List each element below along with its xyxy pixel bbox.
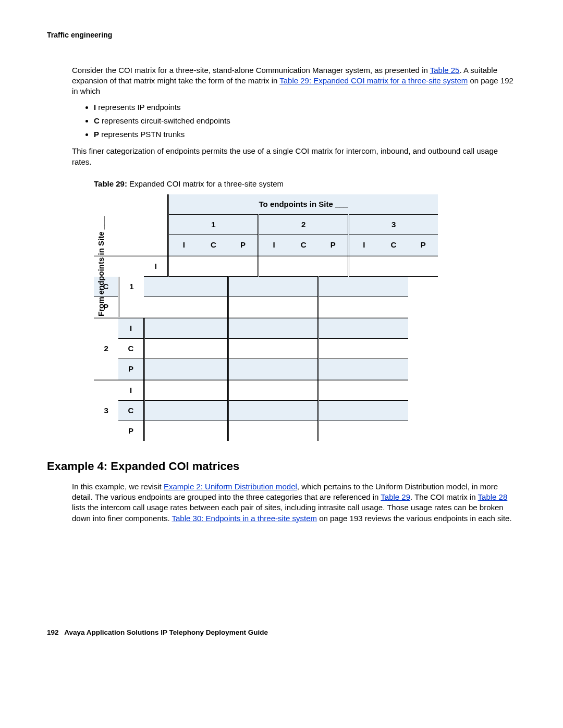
caption-text: Expanded COI matrix for a three-site sys… bbox=[127, 179, 284, 188]
link-table-29-long[interactable]: Table 29: Expanded COI matrix for a thre… bbox=[279, 76, 468, 85]
legend-key: P bbox=[94, 130, 99, 139]
row-site-3: 3 bbox=[94, 380, 118, 441]
page-footer: 192 Avaya Application Solutions IP Telep… bbox=[47, 628, 516, 637]
col-type: I bbox=[168, 235, 199, 256]
caption-label: Table 29: bbox=[94, 179, 127, 188]
text: Consider the COI matrix for a three-site… bbox=[72, 66, 430, 75]
row-type: C bbox=[118, 339, 144, 359]
col-type: I bbox=[349, 235, 379, 256]
col-type: C bbox=[379, 235, 409, 256]
link-table-25[interactable]: Table 25 bbox=[430, 66, 460, 75]
row-type: I bbox=[118, 318, 144, 339]
legend-list: I represents IP endpoints C represents c… bbox=[94, 102, 516, 140]
legend-desc: represents PSTN trunks bbox=[99, 130, 185, 139]
intro-paragraph: Consider the COI matrix for a three-site… bbox=[72, 65, 516, 97]
list-item: P represents PSTN trunks bbox=[94, 129, 516, 140]
legend-desc: represents IP endpoints bbox=[96, 103, 180, 112]
row-type: P bbox=[118, 421, 144, 441]
row-type: P bbox=[118, 359, 144, 380]
col-site-3: 3 bbox=[349, 215, 438, 235]
link-table-29[interactable]: Table 29 bbox=[381, 492, 410, 501]
example-4-paragraph: In this example, we revisit Example 2: U… bbox=[72, 482, 516, 524]
col-type: C bbox=[199, 235, 228, 256]
list-item: C represents circuit-switched endpoints bbox=[94, 116, 516, 126]
row-type: C bbox=[118, 401, 144, 421]
legend-desc: represents circuit-switched endpoints bbox=[100, 116, 230, 125]
coi-matrix-table: To endpoints in Site ___ 1 2 3 I C P I C… bbox=[94, 194, 438, 441]
link-table-30[interactable]: Table 30: Endpoints in a three-site syst… bbox=[172, 514, 317, 523]
legend-key: C bbox=[94, 116, 100, 125]
page-number: 192 bbox=[47, 628, 59, 636]
row-site-1: 1 bbox=[118, 256, 144, 318]
col-type: P bbox=[319, 235, 349, 256]
from-header: From endpoints in Site ___ bbox=[96, 216, 106, 316]
footer-title: Avaya Application Solutions IP Telephony… bbox=[64, 628, 268, 636]
list-item: I represents IP endpoints bbox=[94, 102, 516, 113]
text: In this example, we revisit bbox=[72, 482, 164, 491]
example-4-heading: Example 4: Expanded COI matrices bbox=[47, 459, 516, 474]
text: on page 193 reviews the various endpoint… bbox=[317, 514, 512, 523]
col-type: C bbox=[289, 235, 319, 256]
col-type: I bbox=[259, 235, 289, 256]
col-site-1: 1 bbox=[168, 215, 259, 235]
coi-table-wrap: To endpoints in Site ___ 1 2 3 I C P I C… bbox=[94, 194, 516, 441]
link-table-28[interactable]: Table 28 bbox=[478, 492, 508, 501]
col-site-2: 2 bbox=[259, 215, 349, 235]
row-type: I bbox=[144, 256, 168, 277]
row-type: I bbox=[118, 380, 144, 401]
text: . The COI matrix in bbox=[410, 492, 478, 501]
table-29-caption: Table 29: Expanded COI matrix for a thre… bbox=[94, 179, 516, 189]
col-type: P bbox=[408, 235, 438, 256]
summary-paragraph: This finer categorization of endpoints p… bbox=[72, 146, 516, 167]
to-header: To endpoints in Site ___ bbox=[168, 194, 438, 215]
page-header: Traffic engineering bbox=[47, 30, 516, 40]
row-site-2: 2 bbox=[94, 318, 118, 380]
link-example-2[interactable]: Example 2: Uniform Distribution model bbox=[164, 482, 297, 491]
col-type: P bbox=[228, 235, 259, 256]
